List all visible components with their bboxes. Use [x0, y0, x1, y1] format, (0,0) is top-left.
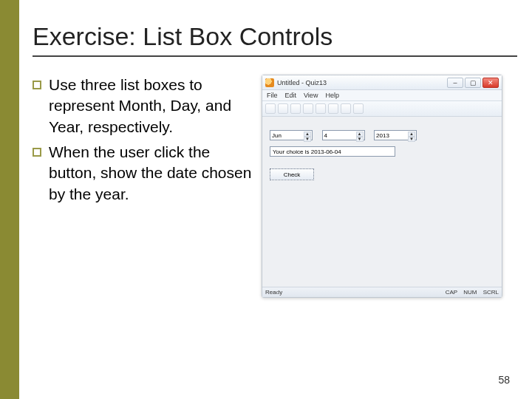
window-title: Untitled - Quiz13 — [277, 79, 447, 86]
embedded-screenshot: Untitled - Quiz13 – ▢ ✕ File Edit View H… — [262, 75, 517, 209]
month-listbox[interactable]: Jun ▲▼ — [270, 130, 313, 140]
minimize-button[interactable]: – — [447, 78, 463, 88]
slide: Exercise: List Box Controls Use three li… — [0, 0, 532, 399]
spinner-icon[interactable]: ▲▼ — [304, 132, 311, 139]
menu-file[interactable]: File — [267, 92, 278, 99]
listbox-row: Jun ▲▼ 4 ▲▼ 2013 ▲▼ — [270, 130, 494, 140]
statusbar: Ready CAP NUM SCRL — [262, 287, 502, 297]
close-button[interactable]: ✕ — [482, 78, 499, 88]
status-right: CAP NUM SCRL — [441, 289, 499, 296]
day-value: 4 — [324, 132, 327, 139]
toolbar-new-icon[interactable] — [265, 103, 276, 114]
page-title: Exercise: List Box Controls — [33, 22, 517, 57]
maximize-button[interactable]: ▢ — [465, 78, 481, 88]
toolbar-help-icon[interactable] — [353, 103, 364, 114]
status-left: Ready — [265, 289, 441, 296]
button-row: Check — [270, 163, 494, 180]
bullet-text: When the user click the button, show the… — [49, 142, 254, 205]
page-number: 58 — [498, 374, 510, 386]
year-listbox[interactable]: 2013 ▲▼ — [374, 130, 417, 140]
status-cap: CAP — [446, 289, 457, 296]
toolbar-cut-icon[interactable] — [303, 103, 313, 114]
toolbar-paste-icon[interactable] — [328, 103, 338, 114]
toolbar-copy-icon[interactable] — [316, 103, 326, 114]
bullet-text: Use three list boxes to represent Month,… — [49, 75, 254, 137]
client-area: Jun ▲▼ 4 ▲▼ 2013 ▲▼ Your choice — [262, 117, 502, 287]
status-scrl: SCRL — [483, 289, 499, 296]
spinner-icon[interactable]: ▲▼ — [356, 132, 364, 139]
output-text: Your choice is 2013-06-04 — [270, 146, 395, 157]
month-value: Jun — [272, 132, 282, 139]
list-item: When the user click the button, show the… — [33, 142, 254, 205]
toolbar-open-icon[interactable] — [278, 103, 288, 114]
menu-view[interactable]: View — [304, 92, 318, 99]
toolbar-save-icon[interactable] — [290, 103, 301, 114]
spinner-icon[interactable]: ▲▼ — [408, 132, 415, 139]
menu-edit[interactable]: Edit — [285, 92, 297, 99]
app-window: Untitled - Quiz13 – ▢ ✕ File Edit View H… — [262, 75, 502, 298]
day-listbox[interactable]: 4 ▲▼ — [322, 130, 365, 140]
window-buttons: – ▢ ✕ — [447, 78, 499, 88]
toolbar-print-icon[interactable] — [341, 103, 351, 114]
year-value: 2013 — [376, 132, 389, 139]
status-num: NUM — [463, 289, 477, 296]
toolbar — [262, 101, 502, 117]
titlebar: Untitled - Quiz13 – ▢ ✕ — [262, 75, 502, 90]
slide-body: Use three list boxes to represent Month,… — [33, 75, 517, 209]
bullet-marker-icon — [33, 81, 41, 89]
bullet-marker-icon — [33, 148, 41, 157]
list-item: Use three list boxes to represent Month,… — [33, 75, 254, 137]
menu-help[interactable]: Help — [325, 92, 339, 99]
menubar: File Edit View Help — [262, 90, 502, 101]
output-row: Your choice is 2013-06-04 — [270, 146, 494, 157]
bullet-list: Use three list boxes to represent Month,… — [33, 75, 254, 209]
app-icon — [265, 78, 274, 87]
check-button[interactable]: Check — [270, 168, 314, 180]
